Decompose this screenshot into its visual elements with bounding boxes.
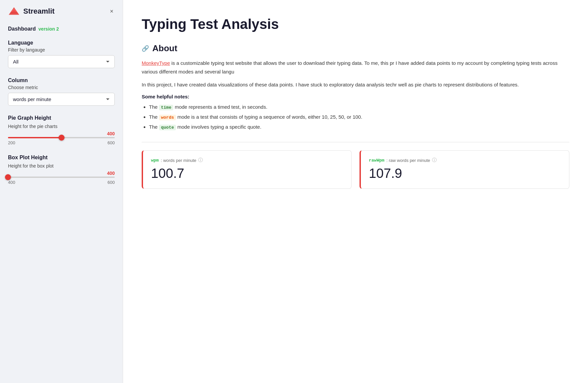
link-icon: 🔗: [142, 45, 149, 52]
page-title: Typing Test Analysis: [142, 16, 569, 33]
column-title: Column: [8, 77, 115, 83]
wpm-label-name: wpm: [151, 158, 159, 163]
notes-title: Some helpful notes:: [142, 94, 569, 99]
wpm-metric-card: wpm : words per minute ⓘ 100.7: [142, 150, 352, 189]
sidebar-logo: Streamlit: [8, 7, 55, 16]
rawwpm-info-icon[interactable]: ⓘ: [432, 157, 437, 163]
pie-graph-height-section: Pie Graph Height Height for the pie char…: [8, 115, 115, 145]
about-title: About: [152, 43, 177, 54]
pie-slider-max: 600: [107, 140, 115, 145]
pie-slider-handle[interactable]: [59, 135, 65, 141]
column-section: Column Choose metric words per minute ra…: [8, 77, 115, 106]
main-content: Typing Test Analysis 🔗 About MonkeyType …: [123, 0, 588, 383]
language-section: Language Filter by langauge All English …: [8, 40, 115, 68]
about-section: 🔗 About MonkeyType is a customizable typ…: [142, 43, 569, 131]
language-select[interactable]: All English Spanish French German: [8, 55, 115, 68]
code-words-badge: words: [159, 115, 176, 120]
list-item: The time mode represents a timed test, i…: [149, 103, 569, 111]
list-item: The quote mode involves typing a specifi…: [149, 123, 569, 131]
section-divider: [142, 142, 569, 142]
rawwpm-label-desc: : raw words per minute: [386, 158, 430, 163]
box-height-slider-track: [8, 177, 115, 178]
pie-height-value: 400: [107, 131, 115, 136]
box-height-value: 400: [107, 171, 115, 176]
metric-select[interactable]: words per minute raw words per minute ac…: [8, 93, 115, 106]
about-p1-text: is a customizable typing test website th…: [142, 60, 557, 74]
box-plot-height-section: Box Plot Height Height for the box plot …: [8, 155, 115, 185]
pie-graph-height-title: Pie Graph Height: [8, 115, 115, 121]
wpm-value: 100.7: [151, 166, 343, 181]
pie-height-label: Height for the pie charts: [8, 124, 115, 129]
pie-slider-fill: [8, 137, 62, 138]
about-header: 🔗 About: [142, 43, 569, 54]
pie-height-slider-track: [8, 137, 115, 138]
monkeytype-link[interactable]: MonkeyType: [142, 60, 170, 66]
notes-list: The time mode represents a timed test, i…: [142, 103, 569, 131]
sidebar: Streamlit × Dashboard version 2 Language…: [0, 0, 123, 383]
sidebar-header: Streamlit ×: [8, 7, 115, 16]
box-slider-range-labels: 400 600: [8, 180, 115, 185]
wpm-label-desc: : words per minute: [161, 158, 196, 163]
rawwpm-card-label: rawWpm : raw words per minute ⓘ: [369, 157, 561, 163]
dashboard-version-row: Dashboard version 2: [8, 26, 115, 33]
list-item: The words mode is a test that consists o…: [149, 113, 569, 121]
version-badge: version 2: [39, 26, 59, 32]
close-button[interactable]: ×: [108, 7, 115, 16]
box-height-value-row: 400: [8, 171, 115, 176]
rawwpm-metric-card: rawWpm : raw words per minute ⓘ 107.9: [360, 150, 569, 189]
about-paragraph-2: In this project, I have created data vis…: [142, 80, 569, 89]
filter-by-language-label: Filter by langauge: [8, 47, 115, 53]
wpm-card-label: wpm : words per minute ⓘ: [151, 157, 343, 163]
box-slider-max: 600: [107, 180, 115, 185]
box-slider-min: 400: [8, 180, 15, 185]
rawwpm-label-name: rawWpm: [369, 158, 384, 163]
code-time-badge: time: [159, 105, 173, 110]
choose-metric-label: Choose metric: [8, 85, 115, 90]
dashboard-label: Dashboard: [8, 26, 36, 32]
streamlit-logo-icon: [8, 7, 20, 16]
pie-slider-range-labels: 200 600: [8, 140, 115, 145]
box-slider-bg: [8, 177, 115, 178]
rawwpm-value: 107.9: [369, 166, 561, 181]
box-slider-handle[interactable]: [5, 174, 11, 180]
box-height-label: Height for the box plot: [8, 163, 115, 169]
pie-slider-min: 200: [8, 140, 15, 145]
app-name: Streamlit: [23, 7, 55, 16]
about-paragraph-1: MonkeyType is a customizable typing test…: [142, 59, 569, 76]
code-quote-badge: quote: [159, 125, 176, 130]
wpm-info-icon[interactable]: ⓘ: [198, 157, 203, 163]
metric-cards-row: wpm : words per minute ⓘ 100.7 rawWpm : …: [142, 150, 569, 189]
box-plot-height-title: Box Plot Height: [8, 155, 115, 161]
language-title: Language: [8, 40, 115, 46]
